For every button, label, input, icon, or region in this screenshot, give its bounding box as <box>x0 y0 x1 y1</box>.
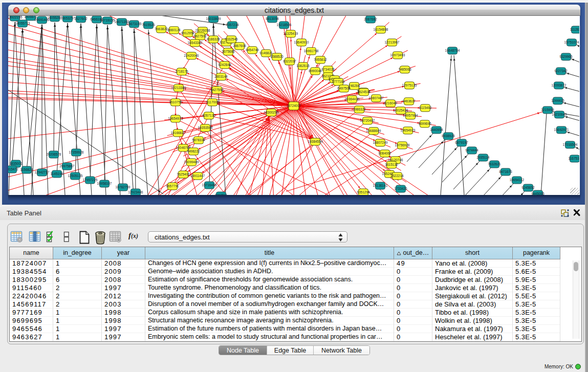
svg-text:18300295: 18300295 <box>264 111 279 114</box>
svg-text:15751074: 15751074 <box>564 40 579 44</box>
svg-text:16154808: 16154808 <box>374 28 388 31</box>
svg-text:8912954: 8912954 <box>181 31 194 35</box>
svg-text:20364436: 20364436 <box>345 97 360 101</box>
svg-text:1145194: 1145194 <box>51 172 63 176</box>
svg-text:15716485: 15716485 <box>202 183 217 187</box>
svg-text:9657791: 9657791 <box>166 184 179 188</box>
svg-text:9146821: 9146821 <box>259 51 273 55</box>
svg-text:7625402: 7625402 <box>177 172 190 176</box>
svg-text:12213389: 12213389 <box>171 86 186 90</box>
svg-text:17016504: 17016504 <box>563 143 578 146</box>
svg-text:1167534: 1167534 <box>569 157 579 160</box>
svg-text:22420046: 22420046 <box>184 54 199 57</box>
svg-text:20206578: 20206578 <box>47 152 61 156</box>
svg-text:17957225: 17957225 <box>83 178 98 182</box>
svg-text:12923446: 12923446 <box>128 190 143 194</box>
svg-text:9463627: 9463627 <box>402 99 416 103</box>
svg-text:2087682: 2087682 <box>364 17 377 21</box>
svg-text:1835001: 1835001 <box>9 162 23 165</box>
svg-text:16648784: 16648784 <box>445 49 460 52</box>
svg-text:11325419: 11325419 <box>284 32 298 35</box>
svg-text:16911447: 16911447 <box>190 174 205 178</box>
svg-text:1733426: 1733426 <box>394 187 407 190</box>
svg-text:13640910: 13640910 <box>294 40 309 44</box>
svg-text:16782759: 16782759 <box>116 185 130 189</box>
svg-text:19353594: 19353594 <box>198 126 213 129</box>
svg-text:18724007: 18724007 <box>287 104 301 107</box>
svg-text:1362615: 1362615 <box>296 64 310 68</box>
svg-text:9445065: 9445065 <box>531 192 545 195</box>
svg-text:19218506: 19218506 <box>277 23 292 27</box>
svg-text:8990044: 8990044 <box>309 69 322 73</box>
svg-text:19384554: 19384554 <box>308 140 323 143</box>
svg-text:1156829: 1156829 <box>20 168 33 171</box>
svg-text:17359928: 17359928 <box>69 150 84 154</box>
svg-text:23226058: 23226058 <box>195 29 210 32</box>
svg-text:8471676: 8471676 <box>499 170 512 173</box>
svg-text:9734028: 9734028 <box>321 68 335 71</box>
svg-text:6497508: 6497508 <box>337 86 351 90</box>
svg-text:3215958: 3215958 <box>541 108 554 112</box>
svg-text:2803144: 2803144 <box>214 75 228 78</box>
svg-text:9329966: 9329966 <box>559 55 573 58</box>
svg-text:8186328: 8186328 <box>207 37 220 41</box>
svg-text:10719155: 10719155 <box>100 18 115 22</box>
svg-text:9227342: 9227342 <box>554 69 568 73</box>
svg-text:19756928: 19756928 <box>395 143 410 147</box>
svg-text:2522214: 2522214 <box>390 174 404 178</box>
svg-text:1615132: 1615132 <box>385 163 398 166</box>
svg-text:8322037: 8322037 <box>283 59 296 63</box>
svg-text:9351294: 9351294 <box>357 190 370 194</box>
svg-text:3624534: 3624534 <box>357 90 371 94</box>
svg-text:9699695: 9699695 <box>418 122 431 125</box>
svg-text:7663822: 7663822 <box>155 27 168 31</box>
svg-text:1527602: 1527602 <box>74 17 88 20</box>
svg-text:7632621: 7632621 <box>488 162 501 166</box>
svg-text:6879197: 6879197 <box>455 141 468 144</box>
svg-text:1093811: 1093811 <box>215 193 228 195</box>
svg-text:5878334: 5878334 <box>192 138 205 142</box>
svg-text:2718176: 2718176 <box>175 70 188 73</box>
svg-text:1440954: 1440954 <box>430 128 443 132</box>
svg-text:9084067: 9084067 <box>378 151 391 155</box>
svg-text:14957984: 14957984 <box>403 114 418 117</box>
svg-text:9474444: 9474444 <box>465 148 478 152</box>
svg-text:9498222: 9498222 <box>187 149 200 153</box>
svg-text:7485063: 7485063 <box>398 68 411 71</box>
svg-text:2935114: 2935114 <box>477 156 490 159</box>
svg-text:1610755: 1610755 <box>169 100 182 104</box>
svg-text:7955812: 7955812 <box>314 58 327 61</box>
svg-text:8813054: 8813054 <box>266 17 279 20</box>
svg-text:7357234: 7357234 <box>226 23 239 27</box>
svg-text:8427552: 8427552 <box>210 88 224 92</box>
svg-text:10654112: 10654112 <box>510 178 525 182</box>
svg-text:16961758: 16961758 <box>304 49 319 53</box>
svg-text:16033809: 16033809 <box>206 17 221 20</box>
svg-text:3915472: 3915472 <box>8 167 18 171</box>
svg-text:9117006: 9117006 <box>206 100 219 104</box>
svg-text:7515526: 7515526 <box>142 23 155 27</box>
svg-text:19654923: 19654923 <box>401 128 416 132</box>
svg-text:8454749: 8454749 <box>246 48 259 52</box>
svg-text:10025438: 10025438 <box>394 108 408 112</box>
svg-text:18807249: 18807249 <box>373 141 388 144</box>
svg-text:16099489: 16099489 <box>184 160 199 164</box>
svg-text:9777169: 9777169 <box>332 80 345 83</box>
svg-text:10688609: 10688609 <box>366 129 381 133</box>
svg-text:10958107: 10958107 <box>97 182 112 185</box>
svg-text:2867608: 2867608 <box>233 44 246 48</box>
svg-text:7986322: 7986322 <box>353 107 366 111</box>
svg-text:12213967: 12213967 <box>385 40 400 44</box>
svg-text:14136141: 14136141 <box>373 184 388 187</box>
svg-text:9115460: 9115460 <box>419 106 432 110</box>
svg-text:10807487: 10807487 <box>369 96 384 100</box>
svg-text:16210643: 16210643 <box>552 113 567 116</box>
svg-text:20975867: 20975867 <box>60 164 75 168</box>
svg-text:8660124: 8660124 <box>167 28 181 32</box>
svg-text:14055713: 14055713 <box>15 21 30 25</box>
svg-text:9332546: 9332546 <box>225 37 238 41</box>
svg-text:8267130: 8267130 <box>202 114 215 117</box>
svg-text:16673155: 16673155 <box>127 22 142 26</box>
svg-text:12505135: 12505135 <box>68 174 83 178</box>
svg-text:6216049: 6216049 <box>384 101 397 105</box>
